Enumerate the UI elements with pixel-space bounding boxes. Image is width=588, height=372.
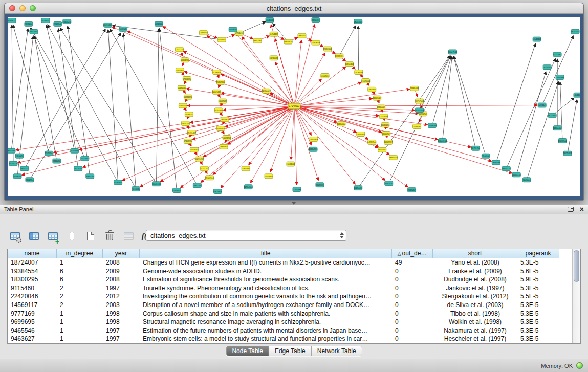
table-cell-out_degree[interactable]: 0 xyxy=(392,267,433,276)
graph-edge[interactable] xyxy=(294,105,537,106)
table-cell-in_degree[interactable]: 2 xyxy=(57,292,103,301)
table-cell-title[interactable]: Embryonic stem cells: a model to study s… xyxy=(140,335,392,343)
table-cell-short[interactable]: Yano et al. (2008) xyxy=(433,258,517,267)
graph-edge[interactable] xyxy=(496,43,535,162)
column-header-short[interactable]: short xyxy=(433,249,517,258)
table-cell-short[interactable]: Wolkin et al. (1998) xyxy=(433,318,517,326)
table-cell-year[interactable]: 1998 xyxy=(103,318,140,326)
graph-edge[interactable] xyxy=(420,56,450,110)
graph-edge[interactable] xyxy=(358,56,450,188)
column-header-year[interactable]: year xyxy=(103,249,140,258)
graph-edge[interactable] xyxy=(294,82,361,106)
graph-edge[interactable] xyxy=(159,29,177,190)
graph-edge[interactable] xyxy=(442,56,452,141)
show-columns-button[interactable] xyxy=(27,229,40,243)
tab-node-table[interactable]: Node Table xyxy=(226,346,269,356)
table-cell-pagerank[interactable]: 5.3E-5 xyxy=(517,301,559,310)
column-header-pagerank[interactable]: pagerank xyxy=(517,249,559,258)
table-row[interactable]: 2242004622012Investigating the contribut… xyxy=(8,292,572,301)
graph-edge[interactable] xyxy=(11,29,28,151)
table-cell-title[interactable]: Genome-wide association studies in ADHD. xyxy=(140,267,392,276)
graph-edge[interactable] xyxy=(552,98,574,115)
table-cell-title[interactable]: Changes of HCN gene expression and I(f) … xyxy=(140,258,392,267)
table-cell-year[interactable]: 2003 xyxy=(103,301,140,310)
graph-edge[interactable] xyxy=(294,40,301,106)
graph-edge[interactable] xyxy=(294,106,311,145)
table-cell-short[interactable]: Hescheler et al. (1997) xyxy=(433,335,517,343)
table-cell-title[interactable]: Tourette syndrome. Phenomenology and cla… xyxy=(140,284,392,293)
graph-edge[interactable] xyxy=(30,28,84,159)
table-cell-pagerank[interactable]: 5.3E-5 xyxy=(517,310,559,318)
scrollbar-thumb[interactable] xyxy=(574,250,579,282)
table-cell-name[interactable]: 9115460 xyxy=(8,284,57,293)
memory-status-indicator[interactable] xyxy=(576,362,583,369)
table-cell-pagerank[interactable]: 5.6E-5 xyxy=(517,267,559,276)
network-canvas[interactable]: 1241122416604950127219531725133411431540… xyxy=(8,17,580,196)
table-cell-in_degree[interactable]: 1 xyxy=(57,310,103,318)
graph-edge[interactable] xyxy=(156,29,159,184)
table-cell-in_degree[interactable]: 1 xyxy=(57,326,103,335)
graph-edge[interactable] xyxy=(294,106,318,181)
network-graph[interactable]: 1241122416604950127219531725133411431540… xyxy=(8,17,580,196)
table-cell-in_degree[interactable]: 6 xyxy=(57,275,103,284)
graph-edge[interactable] xyxy=(454,56,476,148)
table-cell-title[interactable]: Corpus callosum shape and size in male p… xyxy=(140,310,392,318)
table-row[interactable]: 1830029562008Estimation of significance … xyxy=(8,275,572,284)
table-cell-in_degree[interactable]: 1 xyxy=(57,258,103,267)
column-header-name[interactable]: name xyxy=(8,249,57,258)
table-cell-year[interactable]: 2012 xyxy=(103,292,140,301)
table-cell-name[interactable]: 9699695 xyxy=(8,318,57,326)
graph-edge[interactable] xyxy=(12,25,13,164)
close-panel-icon[interactable]: × xyxy=(580,207,584,212)
table-cell-in_degree[interactable]: 6 xyxy=(57,267,103,276)
table-cell-out_degree[interactable]: 0 xyxy=(392,284,433,293)
graph-edge[interactable] xyxy=(294,106,492,162)
table-cell-year[interactable]: 1997 xyxy=(103,335,140,343)
table-cell-out_degree[interactable]: 0 xyxy=(392,310,433,318)
table-cell-year[interactable]: 2008 xyxy=(103,258,140,267)
table-row[interactable]: 1872400712008Changes of HCN gene express… xyxy=(8,258,572,267)
graph-edge[interactable] xyxy=(294,106,408,187)
table-cell-pagerank[interactable]: 5.5E-5 xyxy=(517,292,559,301)
graph-edge[interactable] xyxy=(294,106,428,125)
float-panel-icon[interactable] xyxy=(568,207,574,212)
tab-network-table[interactable]: Network Table xyxy=(312,346,362,356)
table-cell-out_degree[interactable]: 0 xyxy=(392,275,433,284)
table-cell-pagerank[interactable]: 5.3E-5 xyxy=(517,258,559,267)
graph-edge[interactable] xyxy=(276,62,294,106)
table-cell-in_degree[interactable]: 1 xyxy=(57,318,103,326)
graph-edge[interactable] xyxy=(294,53,325,106)
graph-edge[interactable] xyxy=(60,28,157,184)
window-titlebar[interactable]: citations_edges.txt xyxy=(5,3,583,14)
table-cell-short[interactable]: Tibbo et al. (1998) xyxy=(433,310,517,318)
graph-edge[interactable] xyxy=(112,27,294,106)
graph-edge[interactable] xyxy=(294,99,373,106)
graph-edge[interactable] xyxy=(187,106,294,106)
graph-edge[interactable] xyxy=(294,89,410,106)
graph-edge[interactable] xyxy=(358,26,359,72)
table-cell-title[interactable]: Disruption of a novel member of a sodium… xyxy=(140,301,392,310)
table-row[interactable]: 969969511998Structural magnetic resonanc… xyxy=(8,318,572,326)
table-cell-out_degree[interactable]: 0 xyxy=(392,326,433,335)
graph-edge[interactable] xyxy=(249,106,294,165)
table-cell-name[interactable]: 9465546 xyxy=(8,326,57,335)
column-header-in_degree[interactable]: in_degree xyxy=(57,249,103,258)
table-cell-title[interactable]: Estimation of significance thresholds fo… xyxy=(140,275,392,284)
graph-edge[interactable] xyxy=(568,99,577,153)
table-cell-year[interactable]: 2008 xyxy=(103,275,140,284)
table-cell-name[interactable]: 9463627 xyxy=(8,335,57,343)
table-cell-short[interactable]: Jankovic et al. (1997) xyxy=(433,284,517,293)
table-row[interactable]: 946362711997Embryonic stem cells: a mode… xyxy=(8,335,572,343)
table-cell-title[interactable]: Estimation of the future numbers of pati… xyxy=(140,326,392,335)
graph-edge[interactable] xyxy=(58,29,78,169)
table-cell-name[interactable]: 9777169 xyxy=(8,310,57,318)
table-cell-out_degree[interactable]: 0 xyxy=(392,335,433,343)
network-table-select[interactable]: citations_edges.txt xyxy=(146,230,346,241)
table-row[interactable]: 946554611997Estimation of the future num… xyxy=(8,326,572,335)
table-cell-name[interactable]: 22420046 xyxy=(8,292,57,301)
graph-edge[interactable] xyxy=(294,67,346,106)
row-panel-button[interactable] xyxy=(65,229,78,243)
table-cell-pagerank[interactable]: 5.3E-5 xyxy=(517,318,559,326)
table-cell-pagerank[interactable]: 5.3E-5 xyxy=(517,284,559,293)
table-cell-short[interactable]: de Silva et al. (2003) xyxy=(433,301,517,310)
